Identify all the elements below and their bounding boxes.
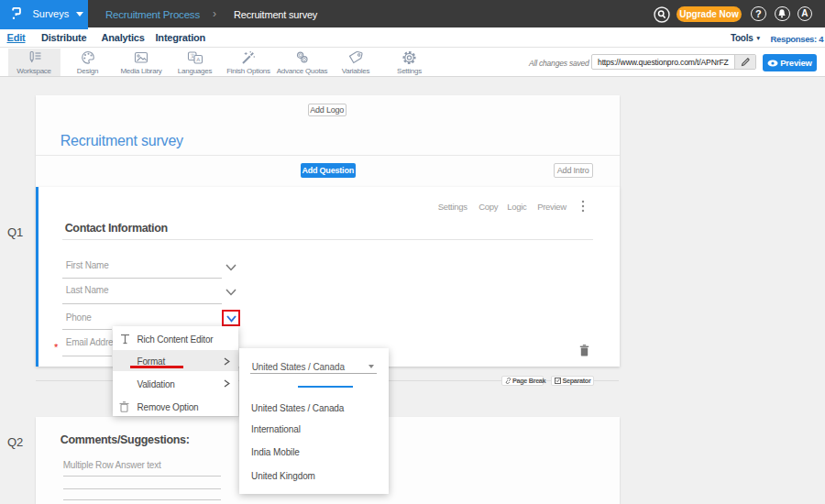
- svg-text:文: 文: [190, 53, 195, 59]
- svg-text:A: A: [196, 57, 200, 62]
